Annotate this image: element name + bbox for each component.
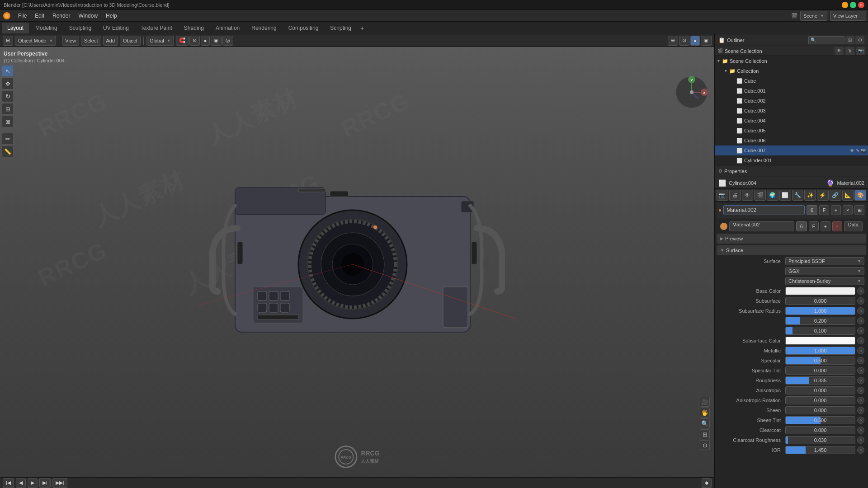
- props-tab-data[interactable]: 📐: [842, 190, 854, 201]
- scene-selector[interactable]: Scene ▼: [800, 11, 827, 21]
- sheen-tint-socket[interactable]: ○: [857, 417, 864, 424]
- tab-modeling[interactable]: Modeling: [30, 23, 63, 33]
- object-menu[interactable]: Object: [120, 36, 141, 46]
- clearcoat-roughness-slider[interactable]: 0.030: [785, 436, 855, 444]
- subsurf-radius-socket[interactable]: ○: [857, 307, 864, 314]
- close-button[interactable]: ×: [858, 2, 864, 8]
- frame-end[interactable]: ▶▶|: [52, 478, 67, 488]
- menu-file[interactable]: File: [14, 11, 30, 21]
- props-tab-view-layer[interactable]: 👁: [742, 190, 754, 201]
- tab-texture-paint[interactable]: Texture Paint: [135, 23, 178, 33]
- minimize-button[interactable]: −: [842, 2, 848, 8]
- aniso-rot-socket[interactable]: ○: [857, 397, 864, 404]
- add-workspace-button[interactable]: +: [358, 23, 367, 33]
- frame-prev[interactable]: ◀: [16, 478, 26, 488]
- tree-item-cube-007[interactable]: ⬜ Cube.007 👁 🖱 📷: [715, 145, 868, 155]
- subsurface-method-selector[interactable]: Christensen-Burley ▼: [785, 277, 864, 285]
- anisotropic-slider[interactable]: 0.000: [785, 386, 855, 394]
- tree-action-hide[interactable]: 👁: [862, 59, 866, 64]
- subsurf-y-socket[interactable]: ○: [857, 317, 864, 324]
- material-fake-user[interactable]: F: [819, 205, 829, 215]
- tree-item-scene-collection[interactable]: ▼ 📁 Scene Collection 👁: [715, 56, 868, 66]
- outliner-search[interactable]: [808, 36, 844, 44]
- surface-type-selector[interactable]: Principled BSDF ▼: [785, 257, 864, 265]
- viewport-editor-type[interactable]: ⊞: [3, 36, 13, 46]
- props-tab-output[interactable]: 🖨: [729, 190, 741, 201]
- gizmo-button[interactable]: ⊙: [679, 36, 689, 46]
- tree-item-collection[interactable]: ▼ 📁 Collection 👁: [715, 66, 868, 76]
- outliner-settings[interactable]: ⚙: [855, 36, 864, 44]
- material-delete[interactable]: ×: [843, 205, 853, 215]
- subsurf-z-socket[interactable]: ○: [857, 327, 864, 334]
- play-button[interactable]: ▶: [28, 478, 38, 488]
- maximize-button[interactable]: □: [850, 2, 856, 8]
- proportional-edit[interactable]: ⊙: [189, 36, 200, 46]
- cc-rough-socket[interactable]: ○: [857, 436, 864, 444]
- preview-section-header[interactable]: ▶ Preview: [717, 234, 866, 244]
- tool-transform[interactable]: ⊠: [2, 116, 14, 127]
- tab-scripting[interactable]: Scripting: [325, 23, 357, 33]
- anisotropic-socket[interactable]: ○: [857, 387, 864, 394]
- view-local[interactable]: ⊙: [700, 440, 710, 450]
- metallic-slider[interactable]: 1.000: [785, 347, 855, 355]
- specular-slider[interactable]: 0.500: [785, 357, 855, 365]
- subsurface-radius-x[interactable]: 1.000: [785, 307, 855, 315]
- view-menu[interactable]: View: [62, 36, 79, 46]
- distribution-selector[interactable]: GGX ▼: [785, 267, 864, 275]
- material-selector-dropdown[interactable]: Material.002: [729, 221, 794, 231]
- tree-item-cube-002[interactable]: ⬜ Cube.002: [715, 96, 868, 106]
- subsurface-color-swatch[interactable]: [785, 337, 855, 345]
- props-tab-modifiers[interactable]: 🔧: [792, 190, 804, 201]
- tool-annotate[interactable]: ✏: [2, 133, 14, 145]
- tool-scale[interactable]: ⊞: [2, 103, 14, 115]
- tool-measure[interactable]: 📏: [2, 145, 14, 157]
- overlay-button[interactable]: ⊕: [668, 36, 678, 46]
- specular-socket[interactable]: ○: [857, 357, 864, 364]
- roughness-slider[interactable]: 0.335: [785, 376, 855, 385]
- view-grid[interactable]: ⊞: [700, 429, 710, 439]
- tree-item-cube-006[interactable]: ⬜ Cube.006: [715, 136, 868, 145]
- viewport-canvas[interactable]: RRCG 人人素材 RRCG 人人素材 RRCG RRCG 人人素材 RRCG: [0, 47, 714, 477]
- viewport-shading-solid[interactable]: ●: [690, 36, 700, 46]
- frame-next[interactable]: ▶|: [39, 478, 51, 488]
- transform-global[interactable]: Global ▼: [146, 36, 174, 46]
- shading-solid[interactable]: ●: [201, 36, 210, 46]
- view-layer-selector[interactable]: View Layer: [830, 11, 866, 21]
- clearcoat-slider[interactable]: 0.000: [785, 426, 855, 434]
- base-color-swatch[interactable]: [785, 287, 855, 295]
- tree-item-cube-005[interactable]: ⬜ Cube.005: [715, 126, 868, 136]
- surface-section-header[interactable]: ▼ Surface: [717, 245, 866, 255]
- ior-socket[interactable]: ○: [857, 446, 864, 454]
- props-tab-render[interactable]: 📷: [717, 190, 728, 201]
- menu-render[interactable]: Render: [49, 11, 74, 21]
- mat-new-sm[interactable]: +: [821, 221, 830, 231]
- tab-animation[interactable]: Animation: [210, 23, 245, 33]
- tab-compositing[interactable]: Compositing: [283, 23, 324, 33]
- select-menu[interactable]: Select: [81, 36, 101, 46]
- menu-edit[interactable]: Edit: [31, 11, 48, 21]
- tab-sculpting[interactable]: Sculpting: [64, 23, 97, 33]
- mat-delete-sm[interactable]: ×: [832, 221, 842, 231]
- add-menu[interactable]: Add: [103, 36, 118, 46]
- mode-selector[interactable]: Object Mode ▼: [15, 36, 56, 46]
- zoom-camera[interactable]: 🎥: [700, 397, 710, 407]
- outliner-filter[interactable]: ⊞: [845, 36, 854, 44]
- metallic-socket[interactable]: ○: [857, 347, 864, 354]
- props-tab-constraints[interactable]: 🔗: [830, 190, 841, 201]
- props-tab-material[interactable]: 🎨: [854, 190, 866, 201]
- tab-rendering[interactable]: Rendering: [246, 23, 282, 33]
- specular-tint-slider[interactable]: 0.000: [785, 366, 855, 375]
- clearcoat-socket[interactable]: ○: [857, 427, 864, 434]
- subsurface-socket[interactable]: ○: [857, 297, 864, 305]
- navigation-gizmo[interactable]: Y X: [674, 74, 710, 110]
- props-tab-physics[interactable]: ⚡: [817, 190, 829, 201]
- outliner-render-vis[interactable]: 📷: [856, 47, 865, 55]
- material-new[interactable]: +: [831, 205, 841, 215]
- subsurface-radius-z[interactable]: 0.100: [785, 327, 855, 335]
- data-button[interactable]: Data: [844, 221, 863, 231]
- tab-uv-editing[interactable]: UV Editing: [98, 23, 134, 33]
- tree-item-cube[interactable]: ⬜ Cube 👁 🖱: [715, 76, 868, 86]
- shading-rendered[interactable]: ◎: [222, 36, 233, 46]
- tab-layout[interactable]: Layout: [2, 23, 29, 33]
- subsurface-radius-y[interactable]: 0.200: [785, 317, 855, 325]
